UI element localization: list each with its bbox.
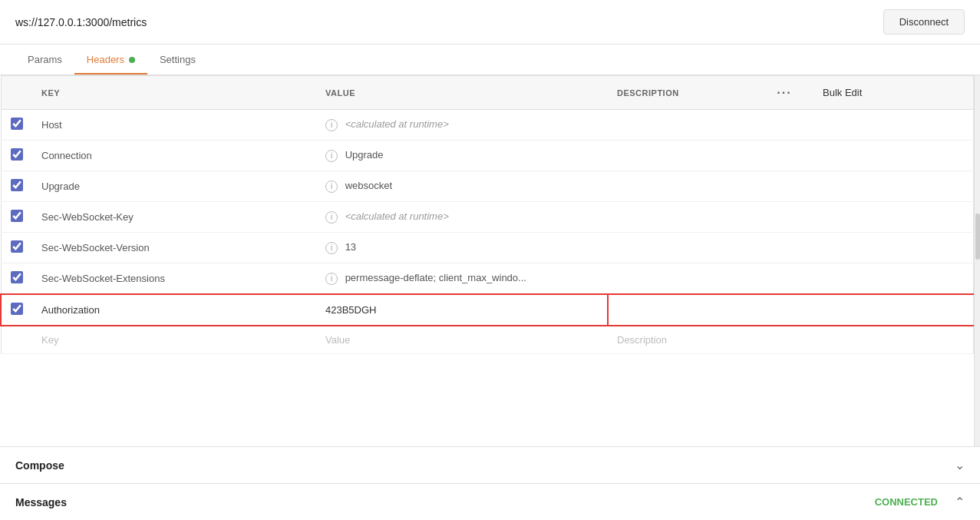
info-icon: i: [325, 119, 338, 131]
row-checkbox-authorization[interactable]: [11, 303, 23, 315]
tab-headers[interactable]: Headers: [74, 45, 147, 75]
row-value-ws-extensions: i permessage-deflate; client_max_windo..…: [316, 263, 608, 295]
row-value-upgrade: i websocket: [316, 171, 608, 202]
messages-title: Messages: [15, 496, 67, 508]
empty-key-cell[interactable]: Key: [32, 326, 316, 354]
table-row: Upgrade i websocket: [1, 171, 974, 202]
more-options-icon[interactable]: ···: [777, 86, 791, 99]
row-key-upgrade: Upgrade: [32, 171, 316, 202]
scrollbar-thumb[interactable]: [975, 214, 980, 260]
bulk-edit-button[interactable]: Bulk Edit: [817, 84, 868, 101]
info-icon: i: [325, 181, 338, 193]
compose-chevron-icon: ⌄: [955, 458, 965, 472]
websocket-url: ws://127.0.0.1:3000/metrics: [15, 16, 147, 28]
row-checkbox-connection[interactable]: [11, 148, 23, 161]
table-row-authorization: Authorization 423B5DGH: [1, 294, 974, 326]
page-container: ws://127.0.0.1:3000/metrics Disconnect P…: [0, 0, 980, 520]
tabs-bar: Params Headers Settings: [0, 45, 980, 75]
row-checkbox-upgrade[interactable]: [11, 179, 23, 191]
table-row: Sec-WebSocket-Version i 13: [1, 233, 974, 263]
table-row: Sec-WebSocket-Extensions i permessage-de…: [1, 263, 974, 295]
vertical-scrollbar[interactable]: [974, 75, 980, 446]
col-header-checkbox: [1, 76, 32, 110]
row-value-authorization: 423B5DGH: [316, 294, 608, 326]
table-row: Host i <calculated at runtime>: [1, 110, 974, 141]
col-header-value: VALUE: [316, 76, 608, 110]
disconnect-button[interactable]: Disconnect: [883, 9, 965, 35]
tab-params[interactable]: Params: [15, 45, 74, 75]
col-header-key: KEY: [32, 76, 316, 110]
connected-dot: [129, 57, 135, 63]
table-row-empty: Key Value Description: [1, 326, 974, 354]
row-checkbox-ws-version[interactable]: [11, 240, 23, 253]
headers-table: KEY VALUE DESCRIPTION ··· Bulk Edit: [0, 75, 974, 354]
row-key-connection: Connection: [32, 141, 316, 171]
info-icon: i: [325, 150, 338, 162]
row-value-connection: i Upgrade: [316, 141, 608, 171]
info-icon: i: [325, 211, 338, 224]
row-value-host: i <calculated at runtime>: [316, 110, 608, 141]
row-key-ws-key: Sec-WebSocket-Key: [32, 202, 316, 233]
info-icon: i: [325, 242, 338, 254]
row-checkbox-ws-extensions[interactable]: [11, 271, 23, 283]
headers-table-wrapper: KEY VALUE DESCRIPTION ··· Bulk Edit: [0, 75, 974, 446]
col-header-more: ···: [761, 76, 807, 110]
row-value-ws-version: i 13: [316, 233, 608, 263]
tab-settings[interactable]: Settings: [147, 45, 208, 75]
messages-right-area: CONNECTED ⌃: [875, 495, 965, 509]
compose-title: Compose: [15, 459, 64, 472]
row-key-ws-version: Sec-WebSocket-Version: [32, 233, 316, 263]
top-bar: ws://127.0.0.1:3000/metrics Disconnect: [0, 0, 980, 45]
compose-header[interactable]: Compose ⌄: [0, 447, 980, 483]
table-section: KEY VALUE DESCRIPTION ··· Bulk Edit: [0, 75, 980, 446]
connected-status: CONNECTED: [875, 496, 938, 508]
messages-section[interactable]: Messages CONNECTED ⌃: [0, 483, 980, 520]
row-checkbox-host[interactable]: [11, 118, 23, 130]
row-desc-host: [608, 110, 761, 141]
compose-section: Compose ⌄: [0, 446, 980, 483]
row-value-ws-key: i <calculated at runtime>: [316, 202, 608, 233]
table-row: Sec-WebSocket-Key i <calculated at runti…: [1, 202, 974, 233]
row-checkbox-cell: [1, 110, 32, 141]
empty-desc-cell[interactable]: Description: [608, 326, 761, 354]
table-row: Connection i Upgrade: [1, 141, 974, 171]
col-header-bulk: Bulk Edit: [807, 76, 974, 110]
row-key-host: Host: [32, 110, 316, 141]
row-checkbox-ws-key[interactable]: [11, 210, 23, 222]
messages-chevron-icon: ⌃: [955, 495, 965, 509]
row-key-ws-extensions: Sec-WebSocket-Extensions: [32, 263, 316, 295]
info-icon: i: [325, 273, 338, 285]
col-header-description: DESCRIPTION: [608, 76, 761, 110]
empty-value-cell[interactable]: Value: [316, 326, 608, 354]
row-key-authorization: Authorization: [32, 294, 316, 326]
